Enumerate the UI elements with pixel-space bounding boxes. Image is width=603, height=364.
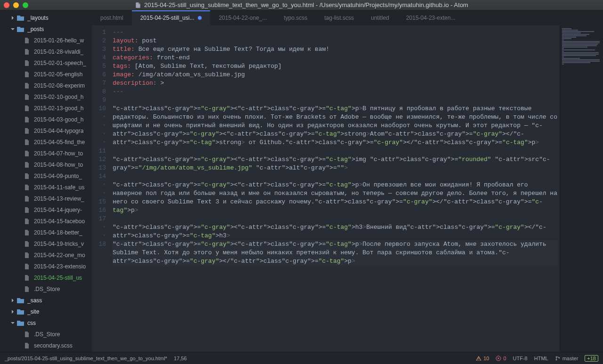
window-controls[interactable] (4, 2, 28, 8)
file-icon (24, 218, 31, 225)
tree-file[interactable]: 2015-01-26-hello_w (0, 35, 92, 46)
editor[interactable]: 12345678910••••11121314••151617••18 ---l… (92, 25, 603, 352)
status-branch[interactable]: master (555, 356, 579, 361)
titlebar: 2015-04-25-still_using_sublime_text_then… (0, 0, 603, 10)
file-icon (24, 128, 31, 134)
file-icon (24, 241, 31, 247)
minimize-icon[interactable] (13, 2, 19, 8)
tab-bar[interactable]: post.html2015-04-25-still_usi...2015-04-… (92, 10, 603, 25)
status-git-diff[interactable]: +18 (585, 355, 598, 362)
project-tree[interactable]: _layouts _posts 2015-01-26-hello_w2015-0… (0, 10, 92, 352)
code-area[interactable]: ---layout: posttitle: Все еще сидите на … (110, 25, 560, 352)
tree-file[interactable]: 2015-04-14-jquery- (0, 204, 92, 216)
file-icon (24, 342, 31, 349)
tab[interactable]: typo.scss (276, 10, 316, 25)
status-encoding[interactable]: UTF-8 (513, 356, 528, 361)
chevron-right-icon (10, 309, 15, 314)
tree-file[interactable]: 2015-02-08-experim (0, 80, 92, 91)
file-icon (24, 105, 31, 112)
svg-point-2 (556, 359, 557, 360)
modified-icon (198, 16, 202, 20)
file-icon (24, 150, 31, 157)
file-icon (24, 252, 31, 259)
folder-icon (17, 15, 24, 21)
chevron-right-icon (10, 16, 15, 20)
folder-css[interactable]: css (0, 317, 92, 329)
file-icon (24, 49, 31, 55)
status-cursor[interactable]: 17,56 (174, 356, 187, 361)
status-grammar[interactable]: HTML (534, 356, 548, 361)
minimap[interactable] (560, 25, 603, 352)
tree-file[interactable]: 2015-04-18-better_ (0, 227, 92, 238)
maximize-icon[interactable] (23, 2, 28, 8)
tab[interactable]: 2015-04-22-one_... (210, 10, 275, 25)
gutter: 12345678910••••11121314••151617••18 (92, 25, 110, 352)
file-icon (24, 60, 31, 66)
tree-file[interactable]: 2015-04-25-still_us (0, 272, 92, 283)
folder-icon (17, 308, 24, 315)
file-icon (24, 116, 31, 123)
file-icon (24, 94, 31, 100)
svg-point-1 (556, 356, 557, 357)
file-icon (24, 195, 31, 202)
tree-file[interactable]: 2015-02-01-speech_ (0, 57, 92, 69)
folder-layouts[interactable]: _layouts (0, 12, 92, 24)
tree-file[interactable]: .DS_Store (0, 283, 92, 295)
tree-file[interactable]: 2015-02-13-good_h (0, 103, 92, 114)
tree-file[interactable]: 2015-04-13-review_ (0, 193, 92, 204)
chevron-down-icon (10, 27, 15, 32)
tree-file[interactable]: secondary.scss (0, 340, 92, 351)
tree-file[interactable]: 2015-01-28-vivaldi_ (0, 46, 92, 57)
file-icon (24, 331, 31, 338)
tab[interactable]: post.html (92, 10, 132, 25)
file-icon (24, 71, 31, 78)
chevron-right-icon (10, 298, 15, 303)
tree-file[interactable]: 2015-04-04-typogra (0, 125, 92, 137)
window-title: 2015-04-25-still_using_sublime_text_then… (144, 1, 468, 8)
tree-file[interactable]: 2015-04-22-one_mo (0, 250, 92, 261)
file-icon (24, 184, 31, 191)
file-icon (24, 275, 31, 281)
file-icon (24, 286, 31, 292)
file-icon (24, 173, 31, 179)
file-icon (24, 162, 31, 168)
file-icon (135, 2, 141, 8)
tree-file[interactable]: 2015-04-08-how_to (0, 159, 92, 170)
folder-site[interactable]: _site (0, 306, 92, 317)
tree-file[interactable]: 2015-04-07-how_to (0, 148, 92, 159)
tree-file[interactable]: .DS_Store (0, 329, 92, 340)
tree-file[interactable]: 2015-02-10-good_h (0, 91, 92, 103)
status-bar: _posts/2015-04-25-still_using_sublime_te… (0, 352, 603, 364)
file-icon (24, 82, 31, 89)
file-icon (24, 263, 31, 270)
tree-file[interactable]: 2015-04-15-faceboo (0, 216, 92, 227)
folder-icon (17, 297, 24, 304)
tab[interactable]: untitled (362, 10, 398, 25)
status-errors[interactable]: 0 (496, 356, 506, 361)
tree-file[interactable]: 2015-04-11-safe_us (0, 182, 92, 193)
tab[interactable]: 2015-04-23-exten... (398, 10, 464, 25)
status-filepath[interactable]: _posts/2015-04-25-still_using_sublime_te… (5, 356, 167, 361)
tree-file[interactable]: 2015-04-23-extensio (0, 261, 92, 272)
tree-file[interactable]: 2015-04-19-tricks_v (0, 238, 92, 250)
file-icon (24, 139, 31, 146)
chevron-down-icon (10, 321, 15, 325)
file-icon (24, 207, 31, 213)
folder-posts[interactable]: _posts (0, 24, 92, 35)
folder-icon (17, 26, 24, 32)
file-icon (24, 37, 31, 44)
tab[interactable]: tag-list.scss (316, 10, 363, 25)
tree-file[interactable]: 2015-04-05-find_the (0, 137, 92, 148)
tree-file[interactable]: 2015-04-03-good_h (0, 114, 92, 125)
tree-file[interactable]: 2015-02-05-english (0, 69, 92, 80)
folder-sass[interactable]: _sass (0, 295, 92, 306)
close-icon[interactable] (4, 2, 9, 8)
file-icon (24, 229, 31, 236)
folder-icon (17, 320, 24, 326)
status-warnings[interactable]: 10 (476, 356, 489, 361)
tab[interactable]: 2015-04-25-still_usi... (132, 10, 211, 25)
tree-file[interactable]: 2015-04-09-punto_ (0, 170, 92, 182)
